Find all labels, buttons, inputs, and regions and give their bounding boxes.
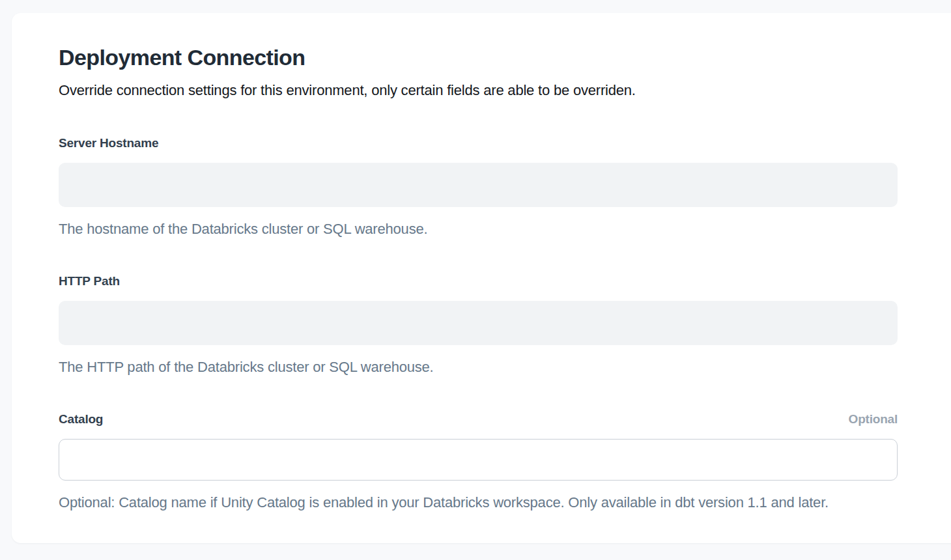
catalog-label: Catalog xyxy=(59,412,103,427)
http-path-input xyxy=(59,301,898,345)
catalog-optional-badge: Optional xyxy=(849,412,898,427)
section-description: Override connection settings for this en… xyxy=(59,81,898,100)
catalog-help-text: Optional: Catalog name if Unity Catalog … xyxy=(59,494,898,512)
deployment-connection-content: Deployment Connection Override connectio… xyxy=(59,43,898,512)
http-path-label: HTTP Path xyxy=(59,273,120,289)
server-hostname-help-text: The hostname of the Databricks cluster o… xyxy=(59,220,898,238)
server-hostname-label-row: Server Hostname xyxy=(59,135,898,151)
deployment-connection-card: Deployment Connection Override connectio… xyxy=(12,13,951,543)
http-path-label-row: HTTP Path xyxy=(59,273,898,289)
server-hostname-input xyxy=(59,163,898,207)
field-http-path: HTTP Path The HTTP path of the Databrick… xyxy=(59,273,898,376)
page-title: Deployment Connection xyxy=(59,43,898,72)
field-server-hostname: Server Hostname The hostname of the Data… xyxy=(59,135,898,238)
field-catalog: Catalog Optional Optional: Catalog name … xyxy=(59,412,898,512)
server-hostname-label: Server Hostname xyxy=(59,135,158,151)
catalog-input[interactable] xyxy=(59,439,898,481)
catalog-label-row: Catalog Optional xyxy=(59,412,898,427)
http-path-help-text: The HTTP path of the Databricks cluster … xyxy=(59,358,898,376)
